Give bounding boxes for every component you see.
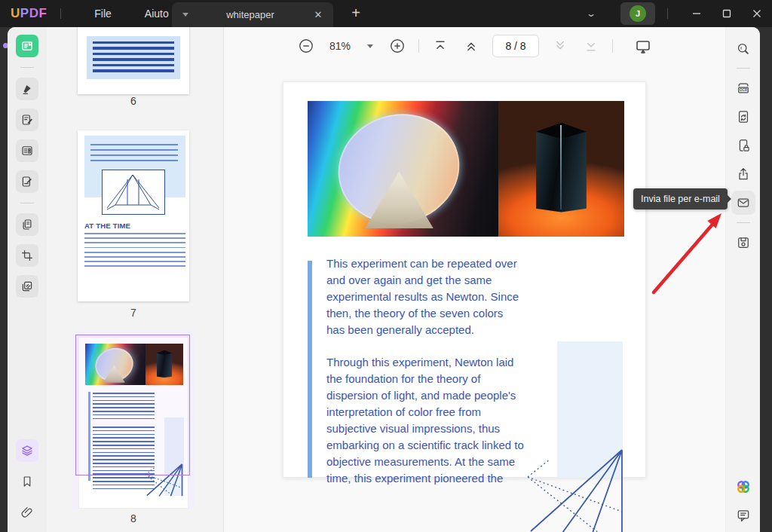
thumbnail-selection-box [75, 335, 190, 475]
feedback-button[interactable] [731, 503, 755, 527]
titlebar: U P D F File Aiuto whitepaper ✕ + ⌄ J [0, 0, 772, 27]
logo-letter: P [20, 6, 29, 21]
app-panel: 6 AT THE TIME 7 [8, 27, 760, 532]
thumb6-text-block [87, 36, 180, 79]
line-art [523, 399, 629, 532]
edit-pdf-button[interactable] [16, 109, 38, 131]
convert-button[interactable] [731, 105, 755, 129]
page-images [308, 101, 624, 237]
account-button[interactable]: J [620, 2, 655, 25]
thumb7-diagram [102, 170, 165, 215]
titlebar-divider [667, 8, 668, 19]
quote-bar [308, 261, 312, 478]
logo-letter: D [29, 6, 39, 21]
left-sidebar [8, 27, 47, 532]
sidebar-divider [20, 203, 34, 203]
signature-icon [20, 175, 34, 188]
main-canvas: 81% 8 / 8 [224, 27, 725, 532]
logo-letter: U [11, 6, 20, 21]
toolbar-divider [418, 39, 419, 53]
protect-button[interactable] [731, 133, 755, 157]
envelope-icon [736, 195, 751, 210]
view-toolbar: 81% 8 / 8 [224, 27, 725, 65]
layers-icon [20, 444, 34, 457]
logo-letter: F [38, 6, 47, 21]
thumb7-heading: AT THE TIME [84, 222, 130, 230]
organize-pages-button[interactable] [16, 213, 38, 236]
thumbnail-panel: 6 AT THE TIME 7 [47, 27, 224, 532]
menu-file[interactable]: File [78, 0, 128, 27]
next-page-button[interactable] [550, 36, 570, 56]
paragraph: Through this experiment, Newton laid the… [326, 354, 524, 487]
rainbow-prism-photo [308, 101, 498, 237]
ocr-button[interactable]: OCR [731, 76, 755, 100]
feedback-bubble-icon [736, 508, 751, 523]
new-tab-button[interactable]: + [347, 0, 365, 27]
ai-assistant-button[interactable] [731, 475, 755, 499]
crop-button[interactable] [16, 244, 38, 267]
paperclip-icon [20, 506, 34, 519]
crop-icon [20, 249, 34, 262]
email-tooltip: Invia file per e-mail [633, 188, 728, 209]
send-email-button[interactable] [731, 191, 755, 215]
layers-button[interactable] [16, 439, 38, 462]
tab-title: whitepaper [188, 9, 312, 20]
forms-button[interactable] [16, 139, 38, 162]
tooltip-text: Invia file per e-mail [641, 194, 720, 204]
presentation-mode-button[interactable] [633, 36, 653, 56]
app-window: U P D F File Aiuto whitepaper ✕ + ⌄ J [0, 0, 772, 532]
thumbnail-label-7: 7 [78, 307, 189, 319]
pages-icon [20, 218, 34, 231]
comment-button[interactable] [16, 78, 38, 100]
collapse-toolbar-icon[interactable]: ⌄ [586, 8, 596, 19]
minimize-button[interactable] [682, 0, 712, 27]
right-sidebar: OCR [725, 27, 760, 532]
save-button[interactable] [731, 231, 755, 255]
reader-mode-button[interactable] [16, 35, 38, 57]
watermark-button[interactable] [16, 275, 38, 298]
titlebar-divider [60, 8, 61, 19]
sign-button[interactable] [16, 170, 38, 193]
bookmark-icon [20, 475, 34, 488]
go-last-page-button[interactable] [581, 36, 601, 56]
search-button[interactable] [731, 36, 755, 60]
form-icon [20, 144, 34, 157]
chevron-down-icon [367, 44, 373, 48]
thumb7-text-lines [84, 233, 185, 271]
thumbnail-page-6[interactable] [78, 27, 189, 94]
edit-icon [20, 113, 34, 127]
sidebar-divider [737, 68, 750, 69]
ai-clover-icon [735, 478, 752, 495]
bookmark-button[interactable] [16, 470, 38, 493]
watermark-icon [20, 280, 34, 293]
zoom-level[interactable]: 81% [327, 40, 353, 52]
maximize-button[interactable] [712, 0, 742, 27]
zoom-out-button[interactable] [296, 36, 316, 56]
document-tab[interactable]: whitepaper ✕ [172, 2, 333, 27]
go-first-page-button[interactable] [430, 36, 450, 56]
zoom-menu-button[interactable] [364, 36, 376, 56]
avatar: J [630, 5, 646, 22]
tab-close-icon[interactable]: ✕ [312, 9, 324, 20]
zoom-in-button[interactable] [388, 36, 407, 56]
reader-icon [20, 39, 34, 53]
paragraph: This experiment can be repeated over and… [326, 255, 524, 338]
pdf-page: This experiment can be repeated over and… [283, 81, 646, 478]
attachment-button[interactable] [16, 501, 38, 524]
dark-prism-photo [498, 101, 624, 237]
titlebar-right-controls: ⌄ J [587, 0, 772, 27]
share-button[interactable] [731, 162, 755, 186]
floppy-icon [736, 235, 751, 250]
page-number-box[interactable]: 8 / 8 [492, 35, 539, 57]
thumbnail-page-7[interactable]: AT THE TIME [78, 130, 189, 301]
page-text: This experiment can be repeated over and… [326, 255, 524, 503]
updf-logo: U P D F [11, 6, 47, 21]
ocr-label: OCR [740, 89, 748, 93]
sidebar-divider [20, 67, 34, 68]
toolbar-divider [612, 39, 613, 53]
close-window-button[interactable] [742, 0, 772, 27]
tab-dropdown-icon[interactable] [182, 13, 188, 17]
previous-page-button[interactable] [461, 36, 481, 56]
thumbnail-label-6: 6 [78, 95, 189, 107]
thumbnail-label-8: 8 [78, 512, 189, 524]
